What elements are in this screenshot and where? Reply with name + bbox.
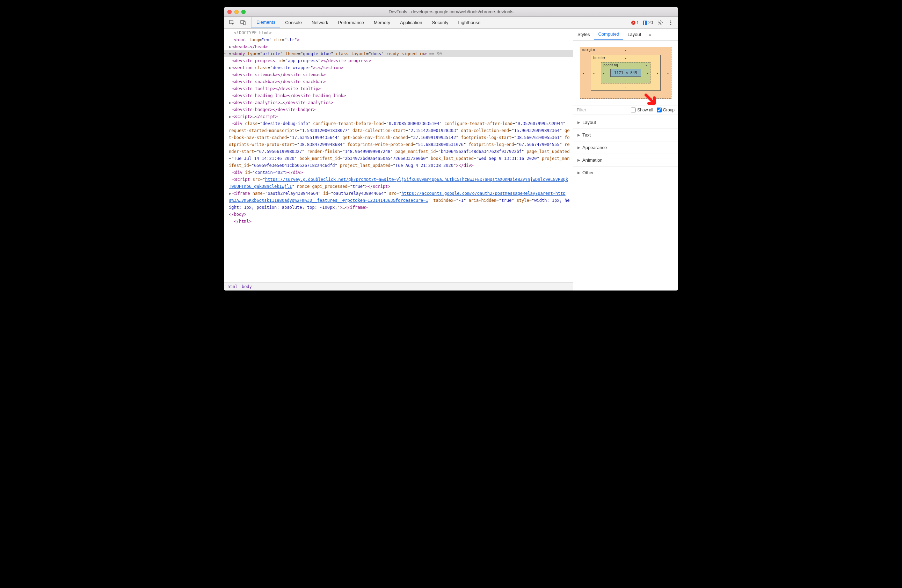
dom-node[interactable]: ▶<devsite-analytics>…</devsite-analytics…: [224, 99, 573, 106]
show-all-checkbox[interactable]: Show all: [631, 108, 653, 113]
padding-label: padding: [603, 63, 618, 67]
svg-point-4: [670, 20, 672, 21]
dom-node[interactable]: <devsite-snackbar></devsite-snackbar>: [224, 78, 573, 85]
tab-memory[interactable]: Memory: [369, 17, 395, 28]
dom-node[interactable]: </html>: [224, 218, 573, 225]
main-toolbar: ElementsConsoleNetworkPerformanceMemoryA…: [224, 17, 678, 29]
svg-point-6: [670, 24, 672, 25]
dom-node[interactable]: <devsite-sitemask></devsite-sitemask>: [224, 71, 573, 78]
elements-panel: <!DOCTYPE html> <html lang="en" dir="ltr…: [224, 29, 573, 291]
annotation-arrow-icon: [644, 93, 658, 108]
dom-node[interactable]: <devsite-heading-link></devsite-heading-…: [224, 92, 573, 99]
dom-node[interactable]: </body>: [224, 211, 573, 218]
dom-tree[interactable]: <!DOCTYPE html> <html lang="en" dir="ltr…: [224, 29, 573, 282]
dom-node[interactable]: ▶<section class="devsite-wrapper">…</sec…: [224, 64, 573, 71]
margin-label: margin: [583, 48, 595, 52]
svg-rect-2: [243, 22, 245, 25]
dom-node[interactable]: <html lang="en" dir="ltr">: [224, 36, 573, 43]
dom-node[interactable]: ▶<iframe name="oauth2relay438944664" id=…: [224, 190, 573, 211]
tab-network[interactable]: Network: [307, 17, 333, 28]
breadcrumb-item[interactable]: body: [242, 284, 252, 289]
settings-icon[interactable]: [657, 20, 663, 26]
dom-node[interactable]: ▶<script>…</script>: [224, 113, 573, 120]
main-tabs: ElementsConsoleNetworkPerformanceMemoryA…: [252, 17, 485, 28]
side-tab-layout[interactable]: Layout: [623, 29, 645, 40]
group-checkbox[interactable]: Group: [657, 108, 675, 113]
side-tabs: StylesComputedLayout»: [573, 29, 678, 41]
tab-lighthouse[interactable]: Lighthouse: [453, 17, 485, 28]
message-icon: ▌: [643, 20, 647, 25]
content-size: 1171 × 845: [610, 69, 641, 77]
border-label: border: [593, 56, 606, 60]
filter-input[interactable]: Filter: [577, 108, 627, 113]
computed-group-appearance[interactable]: ▶Appearance: [573, 141, 678, 154]
filter-row: Filter Show all Group: [573, 105, 678, 115]
side-tab-styles[interactable]: Styles: [573, 29, 594, 40]
content-area: <!DOCTYPE html> <html lang="en" dir="ltr…: [224, 29, 678, 291]
tab-security[interactable]: Security: [427, 17, 453, 28]
dom-node[interactable]: <!DOCTYPE html>: [224, 29, 573, 36]
tab-performance[interactable]: Performance: [333, 17, 369, 28]
computed-group-animation[interactable]: ▶Animation: [573, 154, 678, 167]
error-count-badge[interactable]: ✕ 1: [631, 20, 639, 25]
kebab-menu-icon[interactable]: [667, 20, 674, 26]
dom-node[interactable]: <div class="devsite-debug-info" configur…: [224, 120, 573, 169]
traffic-lights: [227, 10, 246, 14]
side-panel: StylesComputedLayout» margin - - - - bor…: [573, 29, 678, 291]
tab-console[interactable]: Console: [280, 17, 307, 28]
computed-group-other[interactable]: ▶Other: [573, 167, 678, 179]
zoom-icon[interactable]: [241, 10, 246, 14]
computed-group-layout[interactable]: ▶Layout: [573, 116, 678, 129]
dom-node[interactable]: <devsite-progress id="app-progress"></de…: [224, 57, 573, 64]
computed-group-text[interactable]: ▶Text: [573, 129, 678, 141]
computed-groups: ▶Layout▶Text▶Appearance▶Animation▶Other: [573, 115, 678, 180]
svg-point-3: [659, 22, 661, 23]
side-tab-computed[interactable]: Computed: [594, 29, 623, 40]
inspect-icon[interactable]: [229, 20, 235, 26]
dom-node[interactable]: ▼<body type="article" theme="google-blue…: [224, 50, 573, 57]
minimize-icon[interactable]: [235, 10, 239, 14]
message-count-badge[interactable]: ▌ 20: [643, 20, 653, 25]
close-icon[interactable]: [227, 10, 232, 14]
dom-node[interactable]: <devsite-tooltip></devsite-tooltip>: [224, 85, 573, 92]
tab-application[interactable]: Application: [395, 17, 427, 28]
dom-node[interactable]: <script src="https://survey.g.doubleclic…: [224, 176, 573, 190]
dom-node[interactable]: <devsite-badger></devsite-badger>: [224, 106, 573, 113]
breadcrumb: htmlbody: [224, 282, 573, 291]
more-tabs-icon[interactable]: »: [645, 29, 655, 40]
error-icon: ✕: [631, 20, 636, 25]
dom-node[interactable]: ▶<head>…</head>: [224, 43, 573, 50]
box-model: margin - - - - border - - - - padding: [573, 41, 678, 105]
breadcrumb-item[interactable]: html: [227, 284, 238, 289]
dom-node[interactable]: <div id="contain-402"></div>: [224, 169, 573, 176]
tab-elements[interactable]: Elements: [252, 17, 280, 28]
device-toggle-icon[interactable]: [240, 20, 246, 26]
svg-point-5: [670, 22, 672, 23]
devtools-window: DevTools - developers.google.com/web/too…: [224, 7, 678, 291]
window-title: DevTools - developers.google.com/web/too…: [224, 9, 678, 14]
titlebar: DevTools - developers.google.com/web/too…: [224, 7, 678, 17]
